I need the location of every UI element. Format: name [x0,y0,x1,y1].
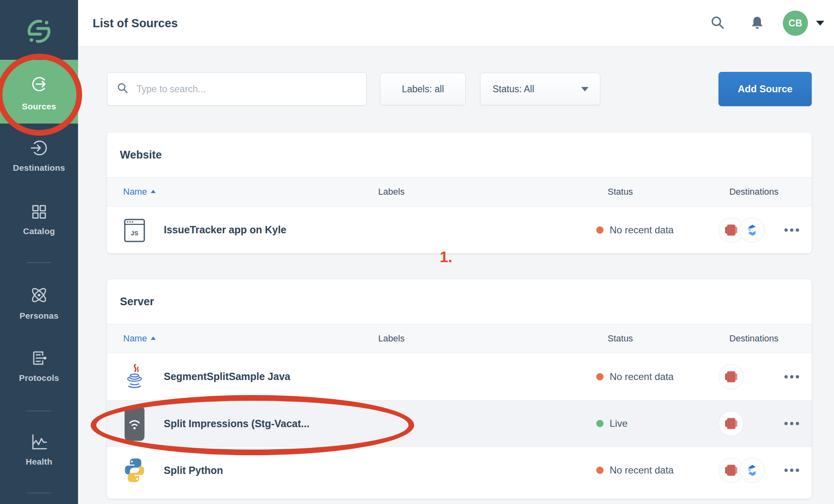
app-window: Sources Destinations [0,0,834,504]
sidebar-item-label: Protocols [0,373,78,383]
sidebar-item-catalog[interactable]: Catalog [0,202,78,236]
status-text: No recent data [610,371,673,382]
segment-blue-s-destination-icon[interactable] [739,458,764,483]
segment-logo-icon[interactable] [0,17,78,46]
sidebar-item-label: Health [0,457,78,467]
java-source-icon [123,364,146,390]
labels-filter-label: Labels: all [402,84,444,95]
redshift-destination-icon[interactable] [719,411,744,436]
sidebar-item-sources[interactable]: Sources [0,60,78,124]
table-header-row: Name Labels Status Destinations [107,324,812,353]
sort-asc-icon [151,337,156,340]
top-header: List of Sources CB [78,0,834,47]
javascript-source-icon: JS [123,217,146,243]
website-section-card: Website Name Labels Status Destinations … [107,133,812,253]
table-body: SegmentSplitSample Java No recent data S… [107,353,812,493]
row-menu-ellipsis[interactable] [782,372,802,382]
status-dot [596,467,604,474]
sidebar-item-label: Personas [0,311,78,321]
status-filter-dropdown[interactable]: Status: All [480,73,600,105]
sidebar-item-label: Destinations [0,163,78,173]
column-header-destinations: Destinations [729,187,778,197]
svg-text:JS: JS [131,230,138,237]
status-text: No recent data [610,465,673,476]
destinations-icon [0,138,78,158]
column-header-name[interactable]: Name [107,187,351,197]
search-icon [116,82,129,96]
sidebar-item-protocols[interactable]: Protocols [0,348,78,383]
health-icon [0,432,78,452]
catalog-icon [0,202,78,221]
account-caret-down-icon[interactable] [816,21,824,26]
header-search-button[interactable] [710,15,726,32]
sidebar-item-health[interactable]: Health [0,432,78,467]
status-filter-label: Status: All [493,84,534,95]
sidebar-item-label: Sources [0,102,78,111]
search-box[interactable] [107,72,367,106]
status-dot [596,373,604,380]
filter-toolbar: Labels: all Status: All Add Source [107,72,812,106]
wifi-device-source-icon [123,406,146,441]
search-icon [710,15,726,32]
search-input[interactable] [137,84,357,95]
column-header-name[interactable]: Name [107,333,351,344]
status-dot [596,226,604,234]
protocols-icon [0,348,78,368]
python-source-icon [123,458,146,483]
bell-icon [749,15,765,32]
column-header-status: Status [596,187,696,197]
sidebar-divider [27,493,51,493]
sources-icon [0,75,78,93]
source-name-link[interactable]: Split Python [164,465,223,476]
notifications-button[interactable] [749,15,765,32]
table-row[interactable]: Split Impressions (Stg-Vacat... Live [107,400,812,447]
sidebar-divider [27,411,51,411]
personas-icon [0,285,78,306]
redshift-destination-icon[interactable] [719,364,744,389]
sidebar-divider [27,262,51,263]
table-body: JS IssueTracker app on Kyle No recent da… [107,206,812,253]
segment-blue-s-destination-icon[interactable] [739,217,764,243]
row-menu-ellipsis[interactable] [782,465,802,475]
row-menu-ellipsis[interactable] [782,419,802,428]
status-text: No recent data [610,224,673,236]
table-row[interactable]: JS IssueTracker app on Kyle No recent da… [107,206,812,253]
source-name-link[interactable]: IssueTracker app on Kyle [164,224,287,236]
source-name-link[interactable]: SegmentSplitSample Java [164,371,290,382]
table-row[interactable]: SegmentSplitSample Java No recent data [107,353,812,400]
row-menu-ellipsis[interactable] [782,225,802,235]
avatar[interactable]: CB [783,11,808,36]
page-title: List of Sources [93,17,178,30]
labels-filter-button[interactable]: Labels: all [380,73,466,105]
status-text: Live [610,418,628,429]
sort-asc-icon [151,190,156,193]
column-header-labels: Labels [378,333,405,344]
caret-down-icon [581,87,589,91]
sidebar: Sources Destinations [0,0,78,504]
column-header-destinations: Destinations [729,333,778,344]
source-name-link[interactable]: Split Impressions (Stg-Vacat... [164,418,309,430]
sidebar-item-personas[interactable]: Personas [0,285,78,321]
table-header-row: Name Labels Status Destinations [107,177,812,206]
section-title: Website [107,133,812,177]
column-header-labels: Labels [378,187,405,197]
sidebar-item-label: Catalog [0,226,78,236]
table-row[interactable]: Split Python No recent data [107,447,812,493]
sidebar-item-destinations[interactable]: Destinations [0,138,78,173]
column-header-status: Status [596,333,696,344]
section-title: Server [107,279,812,324]
add-source-button[interactable]: Add Source [719,72,812,106]
main-content: Labels: all Status: All Add Source Websi… [78,47,834,504]
server-section-card: Server Name Labels Status Destinations S… [107,279,812,499]
status-dot [596,420,604,427]
